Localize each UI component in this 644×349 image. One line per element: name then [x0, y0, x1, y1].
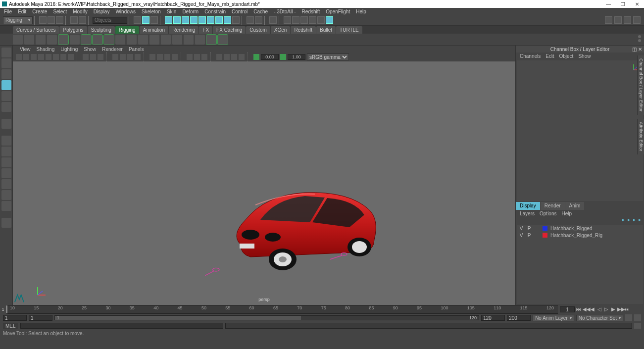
vp-icon[interactable] [127, 54, 133, 60]
layout-1-icon[interactable] [1, 136, 11, 146]
shelf-btn-11[interactable] [127, 35, 137, 45]
shelf-btn-2[interactable] [24, 35, 34, 45]
save-scene-icon[interactable] [56, 16, 63, 24]
gamma-input[interactable] [288, 54, 305, 60]
mask-6-icon[interactable] [207, 16, 214, 24]
side-tab-attribute-editor[interactable]: Attribute Editor [637, 119, 644, 154]
last-tool-icon[interactable] [1, 119, 11, 129]
menu-item[interactable]: Windows [115, 9, 136, 14]
layout-3-icon[interactable] [1, 157, 11, 167]
vp-icon[interactable] [194, 54, 200, 60]
viewport-canvas[interactable]: persp [13, 61, 515, 305]
shelf-btn-3[interactable] [36, 35, 46, 45]
scale-tool-icon[interactable] [1, 102, 11, 112]
layer-move-up-icon[interactable]: ▸ [622, 217, 625, 224]
snap-1-icon[interactable] [247, 16, 254, 24]
panel-toggle-3-icon[interactable] [624, 16, 631, 24]
sel-mode-3-icon[interactable] [150, 16, 158, 24]
menu-item[interactable]: Bullet [316, 26, 336, 34]
layer-new-icon[interactable]: ▸ [639, 217, 641, 224]
render-3-icon[interactable] [300, 16, 308, 24]
sel-mode-1-icon[interactable] [134, 16, 141, 24]
vp-icon[interactable] [53, 54, 59, 60]
play-back-icon[interactable]: ◁ [596, 306, 602, 312]
menu-item[interactable]: Panels [129, 47, 144, 52]
menu-item[interactable]: Show [578, 53, 591, 59]
menu-item[interactable]: FX Caching [213, 26, 246, 34]
sel-mode-2-icon[interactable] [142, 16, 149, 24]
render-5-icon[interactable] [317, 16, 325, 24]
step-back-icon[interactable]: ◀ [590, 306, 595, 312]
rig-control-rear[interactable] [326, 251, 350, 261]
step-fwd-icon[interactable]: ▶ [610, 306, 616, 312]
vp-icon[interactable] [239, 54, 245, 60]
vp-icon[interactable] [16, 54, 22, 60]
layer-vis[interactable]: V [519, 233, 524, 238]
menu-item[interactable]: Layers [520, 211, 535, 216]
vp-icon[interactable] [83, 54, 89, 60]
shelf-btn-12[interactable] [138, 35, 148, 45]
go-end-icon[interactable]: ⏭ [624, 306, 630, 312]
minimize-button[interactable]: — [606, 1, 611, 7]
layer-color-icon[interactable] [543, 226, 547, 231]
shelf-btn-15[interactable] [172, 35, 182, 45]
script-editor-icon[interactable] [634, 323, 641, 329]
vp-icon[interactable] [31, 54, 37, 60]
vp-icon[interactable] [216, 54, 222, 60]
snap-3-icon[interactable] [269, 16, 277, 24]
render-4-icon[interactable] [309, 16, 316, 24]
menu-item[interactable]: Show [84, 47, 96, 52]
panel-popout-icon[interactable]: ◫ [632, 47, 637, 52]
menu-item[interactable]: Animation [140, 26, 168, 34]
vp-icon[interactable] [98, 54, 103, 60]
menu-item[interactable]: Cache [253, 9, 268, 14]
menu-item[interactable]: FX [199, 26, 212, 34]
shelf-btn-9[interactable] [104, 35, 114, 45]
play-start-input[interactable] [29, 315, 52, 321]
play-fwd-icon[interactable]: ▷ [603, 306, 609, 312]
menu-item[interactable]: Help [356, 9, 366, 14]
cmd-lang-label[interactable]: MEL [3, 323, 18, 329]
menu-item[interactable]: Create [32, 9, 47, 14]
workspace-selector[interactable]: Rigging [3, 16, 33, 24]
vp-icon[interactable] [201, 54, 207, 60]
prefs-icon[interactable] [634, 314, 641, 321]
exposure-icon[interactable] [253, 54, 259, 60]
shelf-btn-7[interactable] [81, 35, 91, 45]
layout-2-icon[interactable] [1, 147, 11, 156]
shelf-scroll-down-icon[interactable] [638, 39, 641, 42]
go-start-icon[interactable]: ⏮ [576, 306, 582, 312]
menu-item[interactable]: Polygons [59, 26, 87, 34]
menu-item[interactable]: Custom [246, 26, 270, 34]
shelf-btn-6[interactable] [70, 35, 80, 45]
selection-mode-input[interactable] [93, 17, 127, 24]
anim-layer-select[interactable]: No Anim Layer [533, 315, 574, 321]
vp-icon[interactable] [112, 54, 118, 60]
step-fwd-key-icon[interactable]: ▶▶ [617, 306, 623, 312]
menu-item[interactable]: File [4, 9, 12, 14]
vp-icon[interactable] [23, 54, 29, 60]
shelf-btn-16[interactable] [184, 35, 194, 45]
menu-item[interactable]: Display [94, 9, 110, 14]
step-back-key-icon[interactable]: ◀◀ [583, 306, 589, 312]
mask-9-icon[interactable] [232, 16, 240, 24]
select-tool-icon[interactable] [1, 48, 11, 57]
vp-icon[interactable] [224, 54, 230, 60]
shelf-btn-10[interactable] [115, 35, 125, 45]
layout-6-icon[interactable] [1, 190, 11, 200]
shelf-btn-4[interactable] [47, 35, 57, 45]
exposure-input[interactable] [261, 54, 279, 60]
mask-1-icon[interactable] [165, 16, 172, 24]
rotate-tool-icon[interactable] [1, 91, 11, 101]
menu-item[interactable]: TURTLE [336, 26, 362, 34]
menu-item[interactable]: Rigging [115, 26, 139, 34]
new-scene-icon[interactable] [39, 16, 47, 24]
shelf-btn-8[interactable] [93, 35, 102, 45]
mask-7-icon[interactable] [215, 16, 223, 24]
vp-icon[interactable] [120, 54, 126, 60]
layer-add-icon[interactable]: ▸ [633, 217, 636, 224]
menu-item[interactable]: View [20, 47, 31, 52]
layout-4-icon[interactable] [1, 168, 11, 178]
render-1-icon[interactable] [284, 16, 291, 24]
shelf-btn-18[interactable] [206, 35, 216, 45]
